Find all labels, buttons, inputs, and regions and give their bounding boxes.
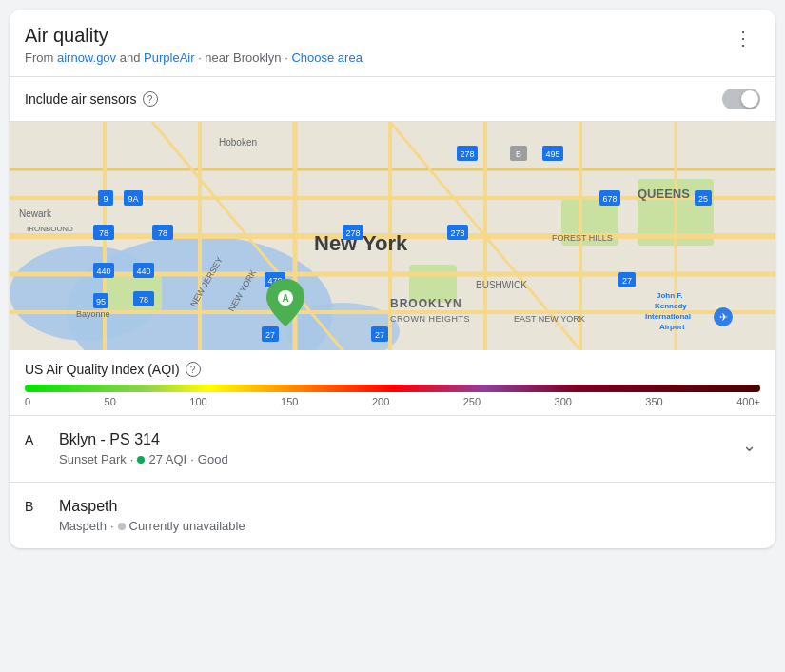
- svg-text:27: 27: [265, 330, 275, 340]
- svg-text:78: 78: [158, 228, 167, 238]
- svg-text:A: A: [282, 293, 288, 304]
- svg-text:QUEENS: QUEENS: [638, 187, 690, 201]
- svg-text:27: 27: [622, 276, 632, 286]
- svg-text:278: 278: [460, 149, 474, 159]
- svg-text:FOREST HILLS: FOREST HILLS: [552, 233, 613, 243]
- station-aqi-a: 27 AQI: [148, 452, 186, 466]
- map-container[interactable]: New York BROOKLYN CROWN HEIGHTS QUEENS B…: [10, 122, 775, 350]
- aqi-label-250: 250: [463, 396, 481, 407]
- svg-text:BROOKLYN: BROOKLYN: [390, 297, 462, 310]
- station-status-a: Good: [198, 452, 228, 466]
- station-letter-b: B: [25, 499, 44, 514]
- svg-text:440: 440: [136, 267, 150, 276]
- sensors-help-icon[interactable]: ?: [143, 91, 158, 107]
- subtitle-prefix: From: [25, 50, 57, 65]
- sensors-toggle[interactable]: [722, 89, 760, 109]
- sensors-label: Include air sensors ?: [25, 91, 158, 107]
- station-status-b: Currently unavailable: [129, 519, 245, 533]
- station-letter-a: A: [25, 432, 44, 447]
- station-list: A Bklyn - PS 314 Sunset Park · 27 AQI · …: [10, 416, 775, 548]
- aqi-label-400: 400+: [736, 396, 760, 407]
- separator-a2: ·: [190, 452, 194, 466]
- station-name-b: Maspeth: [59, 498, 760, 515]
- aqi-label-100: 100: [189, 396, 206, 407]
- air-quality-card: Air quality From airnow.gov and PurpleAi…: [10, 10, 775, 548]
- svg-text:95: 95: [96, 297, 106, 306]
- status-dot-a: [137, 456, 145, 464]
- header: Air quality From airnow.gov and PurpleAi…: [10, 10, 775, 77]
- separator-b: ·: [110, 519, 114, 533]
- aqi-label-50: 50: [105, 396, 116, 407]
- aqi-label-350: 350: [645, 396, 662, 407]
- page-title: Air quality: [25, 25, 363, 47]
- svg-text:BUSHWICK: BUSHWICK: [476, 280, 527, 290]
- svg-text:495: 495: [545, 149, 559, 159]
- map-svg: New York BROOKLYN CROWN HEIGHTS QUEENS B…: [10, 122, 775, 350]
- aqi-title-text: US Air Quality Index (AQI): [25, 362, 180, 377]
- station-name-a: Bklyn - PS 314: [59, 431, 723, 448]
- sensors-label-text: Include air sensors: [25, 91, 137, 107]
- expand-button-a[interactable]: ⌄: [738, 431, 760, 460]
- svg-text:Bayonne: Bayonne: [76, 309, 110, 319]
- svg-text:B: B: [516, 149, 521, 159]
- aqi-label-0: 0: [25, 396, 30, 407]
- station-item-a[interactable]: A Bklyn - PS 314 Sunset Park · 27 AQI · …: [10, 416, 775, 483]
- toggle-knob: [741, 90, 758, 108]
- aqi-label-150: 150: [281, 396, 298, 407]
- station-detail-b: Maspeth · Currently unavailable: [59, 519, 760, 533]
- svg-text:EAST NEW YORK: EAST NEW YORK: [514, 314, 585, 324]
- aqi-title: US Air Quality Index (AQI) ?: [25, 362, 760, 377]
- svg-text:25: 25: [698, 194, 708, 204]
- svg-text:440: 440: [96, 267, 110, 276]
- aqi-label-300: 300: [555, 396, 572, 407]
- svg-text:Newark: Newark: [19, 208, 52, 219]
- svg-text:Hoboken: Hoboken: [219, 137, 257, 148]
- aqi-bar: [25, 385, 760, 392]
- aqi-help-icon[interactable]: ?: [186, 362, 201, 377]
- svg-text:IRONBOUND: IRONBOUND: [27, 225, 73, 233]
- svg-text:678: 678: [602, 194, 617, 204]
- svg-text:27: 27: [375, 330, 384, 340]
- station-item-b[interactable]: B Maspeth Maspeth · Currently unavailabl…: [10, 483, 775, 548]
- svg-text:Kennedy: Kennedy: [655, 302, 687, 310]
- station-detail-a: Sunset Park · 27 AQI · Good: [59, 452, 723, 466]
- station-neighborhood-b: Maspeth: [59, 519, 107, 533]
- svg-text:9: 9: [103, 194, 108, 204]
- station-info-b: Maspeth Maspeth · Currently unavailable: [59, 498, 760, 533]
- svg-text:9A: 9A: [128, 194, 138, 204]
- svg-text:CROWN HEIGHTS: CROWN HEIGHTS: [390, 314, 470, 324]
- svg-text:John F.: John F.: [657, 291, 683, 300]
- header-subtitle: From airnow.gov and PurpleAir · near Bro…: [25, 50, 363, 65]
- svg-text:✈: ✈: [719, 311, 728, 323]
- svg-text:78: 78: [99, 228, 108, 238]
- aqi-label-200: 200: [372, 396, 389, 407]
- separator-a: ·: [130, 452, 134, 466]
- station-neighborhood-a: Sunset Park: [59, 452, 127, 466]
- aqi-labels: 0 50 100 150 200 250 300 350 400+: [25, 396, 760, 407]
- svg-text:278: 278: [450, 228, 464, 238]
- station-info-a: Bklyn - PS 314 Sunset Park · 27 AQI · Go…: [59, 431, 723, 466]
- svg-text:278: 278: [345, 228, 360, 238]
- aqi-bar-wrap: 0 50 100 150 200 250 300 350 400+: [25, 385, 760, 407]
- sensors-row: Include air sensors ?: [10, 77, 775, 122]
- aqi-section: US Air Quality Index (AQI) ? 0 50 100 15…: [10, 350, 775, 416]
- source1-link[interactable]: airnow.gov: [57, 50, 116, 65]
- svg-text:78: 78: [139, 295, 148, 305]
- svg-text:International: International: [645, 312, 691, 321]
- location-text: · near Brooklyn ·: [198, 50, 291, 65]
- svg-text:Airport: Airport: [659, 323, 685, 331]
- choose-area-link[interactable]: Choose area: [291, 50, 362, 65]
- source2-link[interactable]: PurpleAir: [144, 50, 194, 65]
- subtitle-and: and: [120, 50, 144, 65]
- header-left: Air quality From airnow.gov and PurpleAi…: [25, 25, 363, 65]
- more-options-button[interactable]: ⋮: [726, 25, 760, 51]
- status-dot-b: [118, 523, 126, 530]
